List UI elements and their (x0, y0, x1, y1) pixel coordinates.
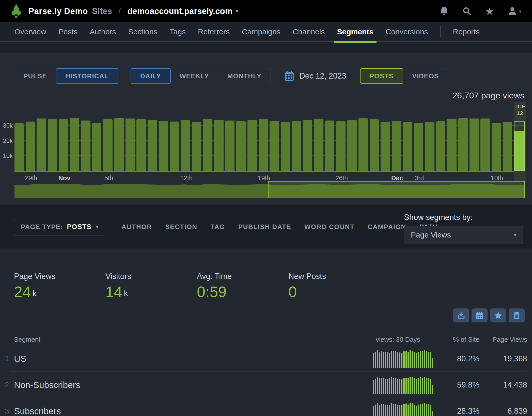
chart-brush[interactable] (14, 182, 525, 198)
page-type-dropdown[interactable]: PAGE TYPE: POSTS ▾ (14, 219, 105, 235)
spark-bar (373, 406, 374, 416)
tab-campaigns[interactable]: Campaigns (242, 22, 280, 41)
spark-bar (430, 405, 431, 416)
spark-bar (397, 405, 398, 416)
metric-visitors: Visitors14k (105, 272, 197, 300)
tab-reports[interactable]: Reports (453, 22, 480, 41)
segment-rank: 1 (0, 355, 14, 363)
spark-bar (383, 352, 384, 368)
filter-campaign[interactable]: CAMPAIGN (368, 223, 406, 231)
segment-name: US (14, 354, 373, 364)
toggle-pulse[interactable]: PULSE (14, 68, 56, 84)
spark-bar (399, 379, 400, 394)
bar (325, 121, 335, 171)
bar (458, 118, 468, 171)
spark-bar (410, 350, 411, 368)
toggle-videos[interactable]: VIDEOS (403, 68, 448, 84)
chevron-down-icon: ▾ (96, 224, 98, 230)
show-segments-by: Show segments by: Page Views ▾ (404, 213, 523, 244)
bar (170, 122, 179, 171)
spark-bar (412, 377, 413, 394)
tab-channels[interactable]: Channels (293, 22, 325, 41)
star-icon[interactable]: ★ (485, 6, 494, 16)
spark-bar (399, 352, 400, 368)
toggle-weekly[interactable]: WEEKLY (170, 68, 218, 84)
tab-sections[interactable]: Sections (128, 22, 157, 41)
tab-segments[interactable]: Segments (337, 22, 373, 41)
bar (470, 118, 479, 171)
segment-sparkline (373, 376, 433, 394)
spark-bar (414, 405, 415, 416)
toggle-monthly[interactable]: MONTHLY (218, 68, 271, 84)
spark-bar (377, 350, 378, 368)
filter-publish-date[interactable]: PUBLISH DATE (238, 223, 291, 231)
bar (126, 118, 135, 171)
spark-bar (379, 378, 380, 394)
spark-bar (401, 379, 402, 394)
spark-bar (403, 404, 404, 416)
date-picker[interactable]: Dec 12, 2023 (285, 71, 346, 81)
segment-row[interactable]: 3Subscribers28.3%6,839 (0, 398, 527, 416)
filter-section[interactable]: SECTION (165, 223, 197, 231)
spark-bar (397, 379, 398, 394)
spark-bar (410, 377, 411, 394)
bar (381, 122, 390, 171)
bar (270, 121, 279, 171)
y-axis-label: 10k (3, 152, 13, 159)
breadcrumb-separator: / (119, 7, 121, 16)
spark-bar (401, 353, 402, 368)
metric-label: Visitors (105, 272, 197, 281)
spark-bar (432, 358, 433, 368)
toggle-historical[interactable]: HISTORICAL (56, 68, 118, 84)
selected-date: Dec 12, 2023 (299, 71, 346, 81)
download-button[interactable] (453, 308, 469, 322)
brand-name: Parse.ly Demo (28, 6, 88, 16)
metric-suffix: k (33, 289, 37, 300)
spark-bar (420, 351, 421, 368)
segments-table: Segment views: 30 Days % of Site Page Vi… (0, 333, 527, 416)
main-nav: OverviewPostsAuthorsSectionsTagsReferrer… (0, 22, 532, 53)
metric-label: Avg. Time (197, 272, 288, 281)
tab-tags[interactable]: Tags (170, 22, 186, 41)
filter-author[interactable]: AUTHOR (121, 223, 152, 231)
sites-link[interactable]: Sites (92, 6, 112, 16)
spark-bar (414, 352, 415, 368)
tab-posts[interactable]: Posts (58, 22, 77, 41)
segment-pct-of-site: 80.2% (437, 354, 479, 363)
spark-bar (385, 379, 386, 394)
segment-row[interactable]: 1US80.2%19,368 (0, 346, 527, 372)
tab-authors[interactable]: Authors (90, 22, 116, 41)
tab-overview[interactable]: Overview (14, 22, 46, 41)
calendar-button[interactable] (472, 308, 488, 322)
bar (59, 119, 68, 171)
show-segments-by-select[interactable]: Page Views ▾ (404, 226, 523, 244)
search-icon[interactable] (462, 6, 472, 16)
segment-row[interactable]: 2Non-Subscribers59.8%14,438 (0, 372, 527, 398)
bar (414, 123, 423, 171)
chevron-down-icon: ▾ (519, 9, 521, 14)
col-pct-of-site: % of Site (437, 336, 479, 344)
brush-selection[interactable] (268, 181, 525, 198)
toggle-daily[interactable]: DAILY (131, 68, 171, 84)
filter-word-count[interactable]: WORD COUNT (304, 223, 354, 231)
spark-bar (432, 385, 433, 394)
tab-referrers[interactable]: Referrers (198, 22, 230, 41)
parsely-leaf-logo (11, 4, 22, 19)
metric-value-row: 24k (14, 284, 105, 300)
toggle-posts[interactable]: POSTS (360, 68, 403, 84)
site-selector[interactable]: demoaccount.parsely.com ▾ (127, 6, 238, 16)
filter-tag[interactable]: TAG (210, 223, 225, 231)
star-icon (494, 311, 503, 320)
tab-conversions[interactable]: Conversions (386, 22, 428, 41)
y-axis-label: 30k (3, 122, 13, 129)
bar (203, 119, 212, 171)
segment-pct-of-site: 28.3% (437, 407, 479, 416)
download-icon (457, 311, 465, 320)
report-button[interactable] (509, 308, 525, 322)
spark-bar (408, 352, 409, 368)
metric-value-row: 0 (288, 284, 380, 300)
bell-icon[interactable] (439, 6, 449, 16)
user-avatar-icon[interactable]: ▾ (507, 6, 521, 16)
favorite-button[interactable] (490, 308, 506, 322)
current-day-label: TUE 12 (514, 102, 526, 116)
